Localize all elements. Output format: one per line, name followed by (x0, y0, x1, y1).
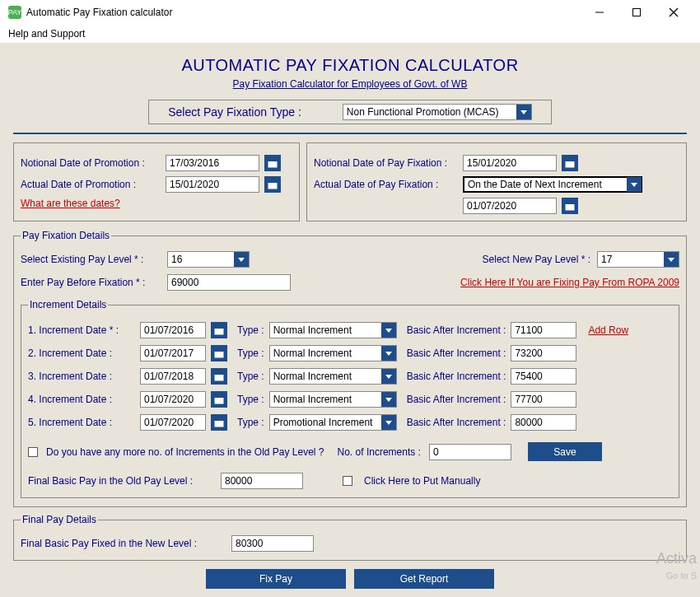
calendar-icon[interactable] (211, 414, 227, 431)
menubar: Help and Support (0, 25, 700, 43)
increment-row: 5. Increment Date :Type :Basic After Inc… (28, 414, 672, 431)
basic-after-label: Basic After Increment : (407, 371, 506, 382)
no-increments-input[interactable] (429, 444, 511, 460)
calendar-icon[interactable] (211, 368, 227, 385)
basic-after-input[interactable] (511, 368, 576, 385)
actual-promotion-input[interactable] (166, 176, 259, 193)
put-manually-checkbox[interactable] (343, 476, 352, 486)
increment-date-label: 3. Increment Date : (28, 371, 135, 382)
increment-fieldset: Increment Details 1. Increment Date * :T… (21, 299, 679, 498)
chevron-down-icon[interactable] (381, 415, 396, 430)
pay-fixation-fieldset: Pay Fixation Details Select Existing Pay… (13, 230, 687, 507)
svg-rect-1 (632, 9, 640, 16)
increment-date-label: 5. Increment Date : (28, 417, 135, 428)
final-basic-old-input[interactable] (221, 473, 303, 489)
chevron-down-icon[interactable] (381, 392, 396, 407)
increment-date-label: 4. Increment Date : (28, 394, 135, 405)
increment-type-label: Type : (237, 347, 264, 359)
minimize-button[interactable] (581, 0, 618, 25)
basic-after-input[interactable] (511, 322, 576, 338)
actual-promotion-label: Actual Date of Promotion : (21, 179, 161, 190)
svg-rect-21 (214, 326, 224, 329)
watermark: Activa (656, 550, 697, 567)
chevron-down-icon[interactable] (627, 177, 642, 192)
increment-type-label: Type : (237, 394, 264, 405)
basic-after-label: Basic After Increment : (407, 347, 506, 359)
actual-fixation-date-input[interactable] (463, 198, 557, 214)
increment-row: 2. Increment Date :Type :Basic After Inc… (28, 345, 672, 361)
new-level-label: Select New Pay Level * : (483, 254, 590, 265)
notional-fixation-label: Notional Date of Pay Fixation : (314, 157, 458, 169)
svg-rect-9 (268, 180, 278, 183)
basic-after-input[interactable] (511, 345, 576, 361)
increment-type-label: Type : (237, 417, 264, 428)
actual-fixation-label: Actual Date of Pay Fixation : (314, 179, 458, 190)
app-icon: PAY (8, 6, 21, 19)
pay-before-label: Enter Pay Before Fixation * : (21, 277, 161, 288)
actual-fixation-select[interactable] (463, 176, 642, 193)
no-increments-label: No. of Increments : (338, 446, 421, 458)
fix-pay-button[interactable]: Fix Pay (206, 569, 346, 589)
chevron-down-icon[interactable] (381, 323, 396, 338)
increment-date-input[interactable] (140, 414, 206, 431)
final-basic-new-input[interactable] (231, 535, 314, 552)
close-button[interactable] (655, 0, 692, 25)
svg-rect-5 (268, 159, 278, 161)
increment-date-input[interactable] (140, 391, 206, 408)
basic-after-label: Basic After Increment : (407, 324, 506, 336)
existing-level-label: Select Existing Pay Level * : (21, 254, 161, 265)
basic-after-input[interactable] (511, 391, 576, 408)
add-row-link[interactable]: Add Row (588, 324, 628, 336)
increment-type-select[interactable] (269, 391, 397, 408)
ropa-link[interactable]: Click Here If You are Fixing Pay From RO… (460, 277, 679, 288)
what-dates-link[interactable]: What are these dates? (21, 198, 120, 209)
page-subtitle[interactable]: Pay Fixation Calculator for Employees of… (13, 78, 687, 90)
increment-type-label: Type : (237, 324, 264, 336)
chevron-down-icon[interactable] (664, 252, 679, 267)
basic-after-input[interactable] (511, 414, 576, 431)
promotion-dates-panel: Notional Date of Promotion : Actual Date… (13, 142, 300, 222)
window-title: Automatic Pay Fixation calculator (26, 7, 581, 18)
calendar-icon[interactable] (211, 391, 227, 408)
notional-promotion-input[interactable] (166, 155, 259, 171)
increment-type-select[interactable] (269, 414, 397, 431)
chevron-down-icon[interactable] (234, 252, 249, 267)
calendar-icon[interactable] (211, 345, 227, 361)
more-increments-checkbox[interactable] (28, 447, 38, 457)
fixation-type-select[interactable] (343, 104, 532, 120)
basic-after-label: Basic After Increment : (407, 417, 506, 428)
get-report-button[interactable]: Get Report (354, 569, 494, 589)
notional-promotion-label: Notional Date of Promotion : (21, 157, 161, 169)
final-basic-new-label: Final Basic Pay Fixed in the New Level : (21, 538, 226, 549)
final-pay-legend: Final Pay Details (21, 514, 98, 525)
notional-fixation-input[interactable] (463, 155, 557, 171)
put-manually-label: Click Here to Put Manually (364, 475, 480, 487)
more-increments-label: Do you have any more no. of Increments i… (46, 446, 324, 458)
increment-type-select[interactable] (269, 368, 397, 385)
calendar-icon[interactable] (562, 198, 578, 214)
increment-type-select[interactable] (269, 322, 397, 338)
pay-before-input[interactable] (167, 274, 291, 291)
increment-date-input[interactable] (140, 322, 206, 338)
watermark-sub: Go to S (666, 571, 697, 581)
increment-date-input[interactable] (140, 368, 206, 385)
chevron-down-icon[interactable] (516, 105, 531, 119)
increment-type-label: Type : (237, 371, 264, 382)
divider (13, 133, 687, 134)
maximize-button[interactable] (618, 0, 655, 25)
save-button[interactable]: Save (528, 442, 602, 461)
calendar-icon[interactable] (264, 155, 281, 171)
fixation-type-label: Select Pay Fixation Type : (168, 105, 301, 119)
calendar-icon[interactable] (264, 176, 281, 193)
chevron-down-icon[interactable] (381, 346, 396, 361)
calendar-icon[interactable] (562, 155, 578, 171)
calendar-icon[interactable] (211, 322, 227, 338)
increment-date-input[interactable] (140, 345, 206, 361)
chevron-down-icon[interactable] (381, 369, 396, 384)
titlebar: PAY Automatic Pay Fixation calculator (0, 0, 700, 25)
increment-type-select[interactable] (269, 345, 397, 361)
final-pay-fieldset: Final Pay Details Final Basic Pay Fixed … (13, 514, 687, 561)
increment-row: 4. Increment Date :Type :Basic After Inc… (28, 391, 672, 408)
menu-help[interactable]: Help and Support (5, 26, 88, 41)
increment-date-label: 1. Increment Date * : (28, 324, 135, 336)
